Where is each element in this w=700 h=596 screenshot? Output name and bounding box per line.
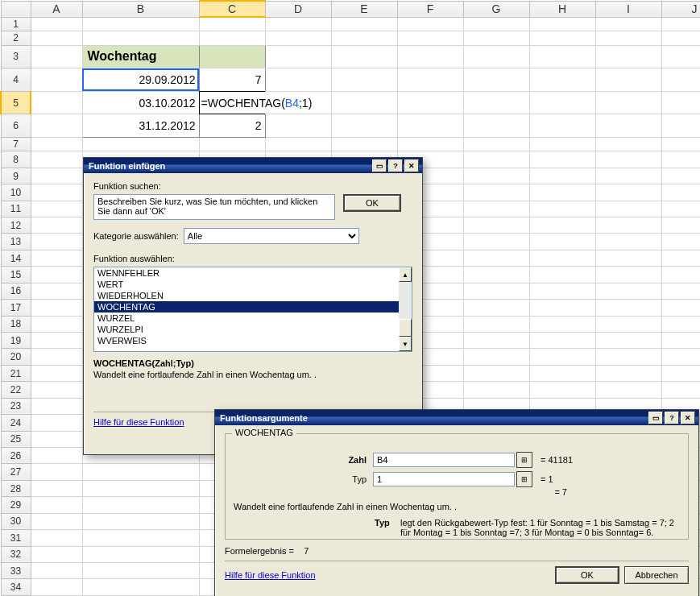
list-item[interactable]: WURZEL bbox=[94, 312, 412, 324]
row-header-5[interactable]: 5 bbox=[1, 91, 31, 114]
help-icon[interactable]: ? bbox=[665, 412, 679, 424]
row-header-23[interactable]: 23 bbox=[1, 398, 31, 414]
list-item[interactable]: WENNFEHLER bbox=[94, 267, 412, 279]
row-header-25[interactable]: 25 bbox=[1, 431, 31, 447]
arg1-evaluated: = 41181 bbox=[541, 455, 573, 465]
col-header-F[interactable]: F bbox=[397, 1, 463, 17]
label-category: Kategorie auswählen: bbox=[93, 231, 179, 241]
row-header-26[interactable]: 26 bbox=[1, 447, 31, 463]
row-header-19[interactable]: 19 bbox=[1, 333, 31, 349]
row-header-4[interactable]: 4 bbox=[1, 68, 31, 92]
cell-B6[interactable]: 31.12.2012 bbox=[82, 114, 199, 138]
scroll-up-icon[interactable]: ▲ bbox=[399, 267, 412, 282]
function-name-legend: WOCHENTAG bbox=[232, 428, 296, 437]
row-header-15[interactable]: 15 bbox=[1, 267, 31, 283]
row-header-22[interactable]: 22 bbox=[1, 382, 31, 398]
dialog-title: Funktion einfügen bbox=[89, 161, 165, 171]
ok-button[interactable]: OK bbox=[555, 566, 619, 584]
arg-help-label: Typ bbox=[375, 518, 400, 537]
help-icon[interactable]: ? bbox=[388, 159, 403, 172]
close-icon[interactable]: ✕ bbox=[404, 159, 419, 172]
help-link[interactable]: Hilfe für diese Funktion bbox=[225, 570, 316, 580]
cell-C4[interactable]: 7 bbox=[199, 68, 265, 92]
collapse-dialog-icon[interactable]: ⊞ bbox=[516, 471, 532, 487]
row-header-30[interactable]: 30 bbox=[1, 513, 31, 529]
function-arguments-dialog: Funktionsargumente ▭ ? ✕ WOCHENTAG Zahl … bbox=[214, 409, 699, 596]
row-header-31[interactable]: 31 bbox=[1, 530, 31, 546]
col-header-I[interactable]: I bbox=[595, 1, 661, 17]
row-header-20[interactable]: 20 bbox=[1, 349, 31, 365]
label-search-function: Funktion suchen: bbox=[93, 181, 412, 191]
row-header-27[interactable]: 27 bbox=[1, 464, 31, 480]
function-syntax: WOCHENTAG(Zahl;Typ) bbox=[93, 358, 412, 368]
collapse-icon[interactable]: ▭ bbox=[648, 412, 663, 424]
cell-B4[interactable]: 29.09.2012 bbox=[82, 68, 199, 92]
row-header-8[interactable]: 8 bbox=[1, 151, 31, 168]
col-header-D[interactable]: D bbox=[265, 1, 331, 17]
close-icon[interactable]: ✕ bbox=[681, 412, 695, 424]
collapse-dialog-icon[interactable]: ⊞ bbox=[516, 452, 532, 468]
row-header-18[interactable]: 18 bbox=[1, 316, 31, 332]
formula-result-value: 7 bbox=[304, 546, 309, 556]
row-header-34[interactable]: 34 bbox=[1, 579, 31, 596]
col-header-E[interactable]: E bbox=[331, 1, 397, 17]
row-header-17[interactable]: 17 bbox=[1, 300, 31, 316]
row-header-6[interactable]: 6 bbox=[1, 114, 31, 138]
insert-function-titlebar[interactable]: Funktion einfügen ▭ ? ✕ bbox=[84, 158, 422, 173]
cell-C3[interactable] bbox=[199, 45, 265, 68]
list-item[interactable]: WURZELPI bbox=[94, 324, 412, 335]
list-item[interactable]: WERT bbox=[94, 279, 412, 290]
row-header-3[interactable]: 3 bbox=[1, 45, 31, 68]
cell-C5[interactable]: =WOCHENTAG(B4;1) bbox=[199, 91, 265, 114]
row-header-9[interactable]: 9 bbox=[1, 168, 31, 184]
row-header-11[interactable]: 11 bbox=[1, 201, 31, 217]
collapse-icon[interactable]: ▭ bbox=[372, 159, 387, 172]
col-header-C[interactable]: C bbox=[199, 1, 265, 17]
function-listbox[interactable]: WENNFEHLER WERT WIEDERHOLEN WOCHENTAG WU… bbox=[93, 267, 412, 352]
list-item[interactable]: WVERWEIS bbox=[94, 335, 412, 346]
row-header-7[interactable]: 7 bbox=[1, 138, 31, 151]
row-header-16[interactable]: 16 bbox=[1, 283, 31, 299]
formula-result-label: Formelergebnis = bbox=[225, 546, 294, 556]
scrollbar-thumb[interactable] bbox=[399, 319, 412, 337]
list-item[interactable]: WIEDERHOLEN bbox=[94, 290, 412, 301]
arg-help-text: legt den Rückgabewert-Typ fest: 1 für So… bbox=[400, 518, 680, 537]
row-header-2[interactable]: 2 bbox=[1, 31, 31, 45]
row-header-12[interactable]: 12 bbox=[1, 217, 31, 234]
cell-C6[interactable]: 2 bbox=[199, 114, 265, 138]
row-header-14[interactable]: 14 bbox=[1, 250, 31, 266]
function-arguments-titlebar[interactable]: Funktionsargumente ▭ ? ✕ bbox=[215, 410, 698, 425]
dialog-title: Funktionsargumente bbox=[220, 413, 308, 423]
arg1-label: Zahl bbox=[234, 455, 373, 465]
help-link[interactable]: Hilfe für diese Funktion bbox=[93, 417, 184, 427]
cell-B3[interactable]: Wochentag bbox=[82, 45, 199, 68]
category-select[interactable]: Alle bbox=[184, 228, 359, 244]
arg2-label: Typ bbox=[234, 474, 373, 484]
scroll-down-icon[interactable]: ▼ bbox=[399, 337, 412, 351]
arg2-input[interactable] bbox=[373, 472, 515, 486]
arg1-input[interactable] bbox=[373, 453, 515, 467]
list-item-selected[interactable]: WOCHENTAG bbox=[94, 301, 412, 312]
row-header-29[interactable]: 29 bbox=[1, 497, 31, 513]
arg2-evaluated: = 1 bbox=[541, 474, 553, 484]
row-header-32[interactable]: 32 bbox=[1, 546, 31, 562]
row-header-24[interactable]: 24 bbox=[1, 415, 31, 431]
col-header-B[interactable]: B bbox=[82, 1, 199, 17]
row-header-1[interactable]: 1 bbox=[1, 17, 31, 31]
arguments-groupbox: WOCHENTAG Zahl ⊞ = 41181 Typ ⊞ = 1 = 7 W… bbox=[225, 433, 689, 540]
row-header-13[interactable]: 13 bbox=[1, 234, 31, 250]
col-header-J[interactable]: J bbox=[661, 1, 700, 17]
cell-B5[interactable]: 03.10.2012 bbox=[82, 91, 199, 114]
search-ok-button[interactable]: OK bbox=[343, 194, 401, 212]
row-header-21[interactable]: 21 bbox=[1, 365, 31, 381]
row-header-33[interactable]: 33 bbox=[1, 562, 31, 578]
listbox-scrollbar[interactable]: ▲ ▼ bbox=[399, 267, 412, 351]
search-function-input[interactable] bbox=[93, 194, 335, 220]
col-header-G[interactable]: G bbox=[463, 1, 529, 17]
row-header-28[interactable]: 28 bbox=[1, 480, 31, 496]
cancel-button[interactable]: Abbrechen bbox=[624, 566, 689, 584]
col-header-A[interactable]: A bbox=[31, 1, 82, 17]
col-header-H[interactable]: H bbox=[529, 1, 595, 17]
row-header-10[interactable]: 10 bbox=[1, 184, 31, 201]
result-inline: = 7 bbox=[554, 487, 567, 497]
